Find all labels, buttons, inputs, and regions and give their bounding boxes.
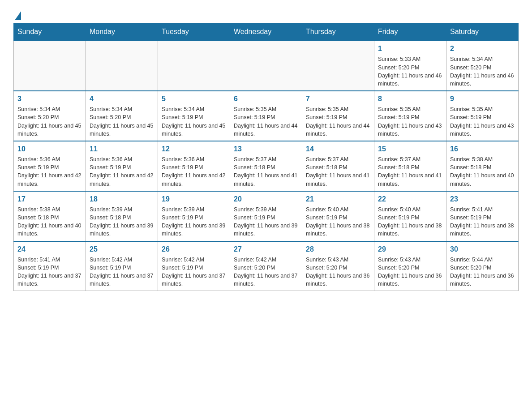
day-number: 8 bbox=[378, 94, 442, 104]
day-info: Sunrise: 5:43 AMSunset: 5:20 PMDaylight:… bbox=[378, 256, 442, 288]
day-info: Sunrise: 5:35 AMSunset: 5:19 PMDaylight:… bbox=[234, 105, 298, 138]
day-number: 17 bbox=[17, 194, 82, 204]
day-number: 15 bbox=[378, 144, 442, 154]
calendar-cell: 16Sunrise: 5:38 AMSunset: 5:18 PMDayligh… bbox=[446, 141, 519, 191]
day-number: 23 bbox=[450, 194, 515, 204]
week-row-2: 3Sunrise: 5:34 AMSunset: 5:20 PMDaylight… bbox=[14, 91, 519, 141]
column-header-tuesday: Tuesday bbox=[158, 23, 230, 41]
calendar-cell: 24Sunrise: 5:41 AMSunset: 5:19 PMDayligh… bbox=[14, 241, 86, 291]
column-header-saturday: Saturday bbox=[446, 23, 519, 41]
day-number: 22 bbox=[378, 194, 442, 204]
week-row-4: 17Sunrise: 5:38 AMSunset: 5:18 PMDayligh… bbox=[14, 191, 519, 241]
calendar-cell: 17Sunrise: 5:38 AMSunset: 5:18 PMDayligh… bbox=[14, 191, 86, 241]
calendar-cell: 10Sunrise: 5:36 AMSunset: 5:19 PMDayligh… bbox=[14, 141, 86, 191]
day-number: 10 bbox=[17, 144, 82, 154]
day-info: Sunrise: 5:42 AMSunset: 5:19 PMDaylight:… bbox=[90, 256, 154, 288]
calendar-cell bbox=[14, 41, 86, 91]
day-number: 5 bbox=[162, 94, 226, 104]
day-number: 11 bbox=[90, 144, 154, 154]
day-number: 18 bbox=[90, 194, 154, 204]
day-info: Sunrise: 5:42 AMSunset: 5:19 PMDaylight:… bbox=[162, 256, 226, 288]
calendar-cell: 27Sunrise: 5:42 AMSunset: 5:20 PMDayligh… bbox=[230, 241, 302, 291]
day-info: Sunrise: 5:35 AMSunset: 5:19 PMDaylight:… bbox=[306, 105, 370, 138]
column-header-wednesday: Wednesday bbox=[230, 23, 302, 41]
day-info: Sunrise: 5:34 AMSunset: 5:20 PMDaylight:… bbox=[90, 105, 154, 138]
day-number: 7 bbox=[306, 94, 370, 104]
calendar-cell: 21Sunrise: 5:40 AMSunset: 5:19 PMDayligh… bbox=[302, 191, 374, 241]
logo-triangle-icon bbox=[15, 11, 21, 20]
calendar-cell: 26Sunrise: 5:42 AMSunset: 5:19 PMDayligh… bbox=[158, 241, 230, 291]
calendar-cell bbox=[158, 41, 230, 91]
calendar-cell: 11Sunrise: 5:36 AMSunset: 5:19 PMDayligh… bbox=[86, 141, 158, 191]
day-info: Sunrise: 5:42 AMSunset: 5:20 PMDaylight:… bbox=[234, 256, 298, 288]
calendar-cell: 22Sunrise: 5:40 AMSunset: 5:19 PMDayligh… bbox=[374, 191, 446, 241]
calendar-header-row: SundayMondayTuesdayWednesdayThursdayFrid… bbox=[14, 23, 519, 41]
calendar-cell bbox=[230, 41, 302, 91]
calendar-cell: 7Sunrise: 5:35 AMSunset: 5:19 PMDaylight… bbox=[302, 91, 374, 141]
column-header-thursday: Thursday bbox=[302, 23, 374, 41]
calendar-cell: 6Sunrise: 5:35 AMSunset: 5:19 PMDaylight… bbox=[230, 91, 302, 141]
day-info: Sunrise: 5:36 AMSunset: 5:19 PMDaylight:… bbox=[162, 155, 226, 188]
day-number: 21 bbox=[306, 194, 370, 204]
day-number: 24 bbox=[17, 244, 82, 254]
day-info: Sunrise: 5:41 AMSunset: 5:19 PMDaylight:… bbox=[17, 256, 82, 288]
day-info: Sunrise: 5:39 AMSunset: 5:19 PMDaylight:… bbox=[234, 206, 298, 238]
calendar-cell: 14Sunrise: 5:37 AMSunset: 5:18 PMDayligh… bbox=[302, 141, 374, 191]
calendar-cell: 8Sunrise: 5:35 AMSunset: 5:19 PMDaylight… bbox=[374, 91, 446, 141]
day-info: Sunrise: 5:40 AMSunset: 5:19 PMDaylight:… bbox=[378, 206, 442, 238]
calendar-table: SundayMondayTuesdayWednesdayThursdayFrid… bbox=[13, 23, 519, 291]
day-number: 9 bbox=[450, 94, 515, 104]
calendar-cell: 5Sunrise: 5:34 AMSunset: 5:19 PMDaylight… bbox=[158, 91, 230, 141]
day-number: 2 bbox=[450, 44, 515, 54]
day-number: 30 bbox=[450, 244, 515, 254]
week-row-3: 10Sunrise: 5:36 AMSunset: 5:19 PMDayligh… bbox=[14, 141, 519, 191]
day-number: 13 bbox=[234, 144, 298, 154]
day-info: Sunrise: 5:40 AMSunset: 5:19 PMDaylight:… bbox=[306, 206, 370, 238]
column-header-sunday: Sunday bbox=[14, 23, 86, 41]
day-info: Sunrise: 5:39 AMSunset: 5:19 PMDaylight:… bbox=[162, 206, 226, 238]
calendar-cell: 13Sunrise: 5:37 AMSunset: 5:18 PMDayligh… bbox=[230, 141, 302, 191]
calendar-cell: 23Sunrise: 5:41 AMSunset: 5:19 PMDayligh… bbox=[446, 191, 519, 241]
calendar-cell: 3Sunrise: 5:34 AMSunset: 5:20 PMDaylight… bbox=[14, 91, 86, 141]
calendar-cell: 9Sunrise: 5:35 AMSunset: 5:19 PMDaylight… bbox=[446, 91, 519, 141]
calendar-cell: 18Sunrise: 5:39 AMSunset: 5:18 PMDayligh… bbox=[86, 191, 158, 241]
day-info: Sunrise: 5:36 AMSunset: 5:19 PMDaylight:… bbox=[90, 155, 154, 188]
day-number: 1 bbox=[378, 44, 442, 54]
calendar-cell bbox=[302, 41, 374, 91]
day-number: 12 bbox=[162, 144, 226, 154]
day-number: 14 bbox=[306, 144, 370, 154]
day-info: Sunrise: 5:37 AMSunset: 5:18 PMDaylight:… bbox=[306, 155, 370, 188]
week-row-5: 24Sunrise: 5:41 AMSunset: 5:19 PMDayligh… bbox=[14, 241, 519, 291]
day-info: Sunrise: 5:34 AMSunset: 5:20 PMDaylight:… bbox=[450, 55, 515, 88]
column-header-monday: Monday bbox=[86, 23, 158, 41]
day-info: Sunrise: 5:37 AMSunset: 5:18 PMDaylight:… bbox=[234, 155, 298, 188]
calendar-cell: 12Sunrise: 5:36 AMSunset: 5:19 PMDayligh… bbox=[158, 141, 230, 191]
calendar-cell: 4Sunrise: 5:34 AMSunset: 5:20 PMDaylight… bbox=[86, 91, 158, 141]
day-number: 20 bbox=[234, 194, 298, 204]
logo bbox=[13, 11, 21, 18]
day-info: Sunrise: 5:37 AMSunset: 5:18 PMDaylight:… bbox=[378, 155, 442, 188]
day-info: Sunrise: 5:38 AMSunset: 5:18 PMDaylight:… bbox=[17, 206, 82, 238]
day-info: Sunrise: 5:38 AMSunset: 5:18 PMDaylight:… bbox=[450, 155, 515, 188]
day-number: 3 bbox=[17, 94, 82, 104]
day-number: 4 bbox=[90, 94, 154, 104]
calendar-cell: 20Sunrise: 5:39 AMSunset: 5:19 PMDayligh… bbox=[230, 191, 302, 241]
day-info: Sunrise: 5:43 AMSunset: 5:20 PMDaylight:… bbox=[306, 256, 370, 288]
day-info: Sunrise: 5:44 AMSunset: 5:20 PMDaylight:… bbox=[450, 256, 515, 288]
calendar-cell: 25Sunrise: 5:42 AMSunset: 5:19 PMDayligh… bbox=[86, 241, 158, 291]
day-number: 28 bbox=[306, 244, 370, 254]
calendar-cell: 1Sunrise: 5:33 AMSunset: 5:20 PMDaylight… bbox=[374, 41, 446, 91]
day-number: 16 bbox=[450, 144, 515, 154]
day-info: Sunrise: 5:35 AMSunset: 5:19 PMDaylight:… bbox=[378, 105, 442, 138]
day-info: Sunrise: 5:35 AMSunset: 5:19 PMDaylight:… bbox=[450, 105, 515, 138]
day-number: 27 bbox=[234, 244, 298, 254]
day-info: Sunrise: 5:33 AMSunset: 5:20 PMDaylight:… bbox=[378, 55, 442, 88]
day-number: 29 bbox=[378, 244, 442, 254]
day-info: Sunrise: 5:39 AMSunset: 5:18 PMDaylight:… bbox=[90, 206, 154, 238]
calendar-cell: 19Sunrise: 5:39 AMSunset: 5:19 PMDayligh… bbox=[158, 191, 230, 241]
calendar-cell bbox=[86, 41, 158, 91]
calendar-cell: 15Sunrise: 5:37 AMSunset: 5:18 PMDayligh… bbox=[374, 141, 446, 191]
day-info: Sunrise: 5:41 AMSunset: 5:19 PMDaylight:… bbox=[450, 206, 515, 238]
day-number: 26 bbox=[162, 244, 226, 254]
day-info: Sunrise: 5:34 AMSunset: 5:19 PMDaylight:… bbox=[162, 105, 226, 138]
